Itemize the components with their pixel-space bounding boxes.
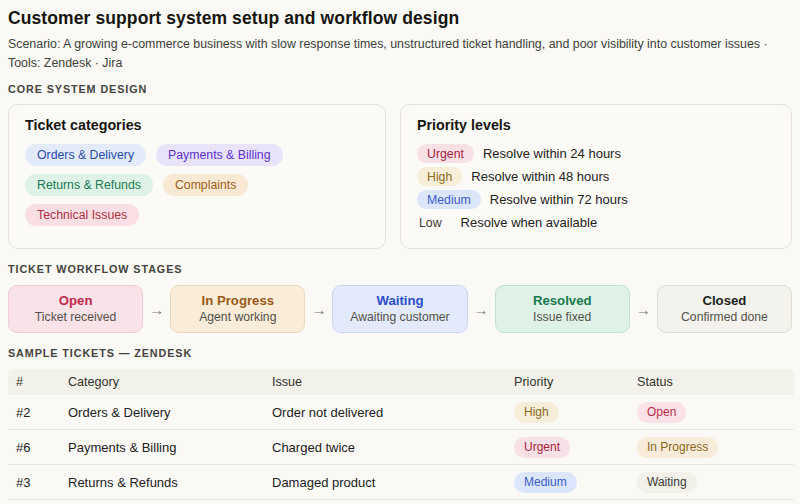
workflow-stages: Open Ticket received → In Progress Agent… — [8, 285, 792, 333]
col-header-category: Category — [60, 369, 264, 395]
priority-badge: Urgent — [514, 437, 570, 458]
section-sample-tickets: SAMPLE TICKETS — ZENDESK — [8, 347, 792, 359]
priority-badge: Medium — [514, 472, 577, 493]
category-pill: Orders & Delivery — [25, 144, 146, 166]
priority-desc: Resolve within 72 hours — [490, 192, 628, 207]
status-badge: In Progress — [637, 437, 718, 458]
page: Customer support system setup and workfl… — [0, 0, 800, 504]
priority-desc: Resolve within 48 hours — [471, 169, 609, 184]
stage-title: Closed — [660, 293, 789, 308]
table-row: #2 Orders & Delivery Order not delivered… — [8, 395, 794, 430]
core-system-cards: Ticket categories Orders & Delivery Paym… — [8, 104, 792, 249]
arrow-right-icon: → — [143, 301, 170, 318]
page-title: Customer support system setup and workfl… — [8, 8, 792, 29]
stage-subtitle: Awaiting customer — [335, 310, 464, 324]
category-pill: Payments & Billing — [156, 144, 283, 166]
ticket-category: Complaints — [60, 500, 264, 504]
status-badge: Waiting — [637, 472, 697, 493]
category-pill: Returns & Refunds — [25, 174, 153, 196]
ticket-id: #4 — [8, 500, 60, 504]
ticket-categories-card: Ticket categories Orders & Delivery Paym… — [8, 104, 386, 249]
col-header-issue: Issue — [264, 369, 506, 395]
ticket-issue: Order not delivered — [264, 395, 506, 430]
col-header-priority: Priority — [506, 369, 629, 395]
sample-tickets-table: # Category Issue Priority Status #2 Orde… — [8, 369, 794, 504]
section-workflow-stages: TICKET WORKFLOW STAGES — [8, 263, 792, 275]
ticket-id: #3 — [8, 465, 60, 500]
ticket-issue: Damaged product — [264, 465, 506, 500]
ticket-categories-title: Ticket categories — [25, 117, 369, 133]
priority-levels-title: Priority levels — [417, 117, 775, 133]
stage-open: Open Ticket received — [8, 285, 143, 333]
priority-pill-medium: Medium — [417, 190, 481, 209]
priority-pill-low: Low — [417, 213, 452, 232]
arrow-right-icon: → — [630, 301, 657, 318]
ticket-category: Returns & Refunds — [60, 465, 264, 500]
priority-row-medium: Medium Resolve within 72 hours — [417, 190, 775, 209]
ticket-issue: Delivery delay — [264, 500, 506, 504]
status-badge: Open — [637, 402, 686, 423]
ticket-category-pills: Orders & Delivery Payments & Billing Ret… — [25, 144, 355, 226]
priority-pill-urgent: Urgent — [417, 144, 474, 163]
stage-title: Waiting — [335, 293, 464, 308]
page-subtitle: Scenario: A growing e-commerce business … — [8, 35, 792, 72]
arrow-right-icon: → — [305, 301, 332, 318]
ticket-id: #2 — [8, 395, 60, 430]
stage-in-progress: In Progress Agent working — [170, 285, 305, 333]
ticket-id: #6 — [8, 430, 60, 465]
priority-pill-high: High — [417, 167, 462, 186]
priority-levels-card: Priority levels Urgent Resolve within 24… — [400, 104, 792, 249]
priority-row-high: High Resolve within 48 hours — [417, 167, 775, 186]
priority-row-low: Low Resolve when available — [417, 213, 775, 232]
stage-title: In Progress — [173, 293, 302, 308]
col-header-id: # — [8, 369, 60, 395]
priority-desc: Resolve when available — [461, 215, 598, 230]
stage-subtitle: Issue fixed — [498, 310, 627, 324]
section-core-system-design: CORE SYSTEM DESIGN — [8, 83, 792, 95]
ticket-category: Payments & Billing — [60, 430, 264, 465]
stage-waiting: Waiting Awaiting customer — [332, 285, 467, 333]
stage-title: Resolved — [498, 293, 627, 308]
priority-badge: High — [514, 402, 559, 423]
stage-closed: Closed Confirmed done — [657, 285, 792, 333]
stage-subtitle: Ticket received — [11, 310, 140, 324]
priority-row-urgent: Urgent Resolve within 24 hours — [417, 144, 775, 163]
col-header-status: Status — [629, 369, 794, 395]
table-row: #3 Returns & Refunds Damaged product Med… — [8, 465, 794, 500]
subtitle-line-1: Scenario: A growing e-commerce business … — [8, 35, 792, 54]
stage-resolved: Resolved Issue fixed — [495, 285, 630, 333]
category-pill: Technical Issues — [25, 204, 139, 226]
category-pill: Complaints — [163, 174, 249, 196]
table-header-row: # Category Issue Priority Status — [8, 369, 794, 395]
table-row: #6 Payments & Billing Charged twice Urge… — [8, 430, 794, 465]
stage-subtitle: Confirmed done — [660, 310, 789, 324]
stage-title: Open — [11, 293, 140, 308]
table-row: #4 Complaints Delivery delay High In Pro… — [8, 500, 794, 504]
ticket-issue: Charged twice — [264, 430, 506, 465]
priority-desc: Resolve within 24 hours — [483, 146, 621, 161]
arrow-right-icon: → — [468, 301, 495, 318]
subtitle-line-2: Tools: Zendesk · Jira — [8, 54, 792, 73]
stage-subtitle: Agent working — [173, 310, 302, 324]
ticket-category: Orders & Delivery — [60, 395, 264, 430]
